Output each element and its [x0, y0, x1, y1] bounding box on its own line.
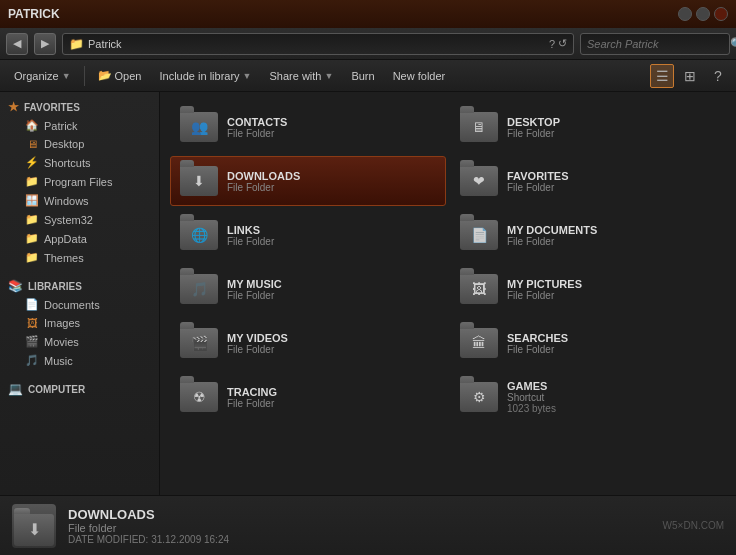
file-name: Downloads	[227, 170, 437, 182]
folder-shape: ⚙	[460, 382, 498, 412]
title-bar: Patrick	[0, 0, 736, 28]
file-icon-glyph: 🎬	[191, 335, 208, 351]
sidebar-item-images[interactable]: 🖼 Images	[3, 314, 156, 332]
address-help-button[interactable]: ?	[549, 38, 555, 50]
address-folder-icon: 📁	[69, 37, 84, 51]
file-item[interactable]: 🎵 My Music File folder	[170, 264, 446, 314]
burn-button[interactable]: Burn	[343, 64, 382, 88]
file-item[interactable]: 🎬 My Videos File folder	[170, 318, 446, 368]
file-info: Tracing File folder	[227, 386, 437, 409]
file-type: File folder	[507, 128, 717, 139]
view-large-button[interactable]: ⊞	[678, 64, 702, 88]
new-folder-button[interactable]: New folder	[385, 64, 454, 88]
file-item[interactable]: ⚙ Games Shortcut 1023 bytes	[450, 372, 726, 422]
sidebar-item-themes[interactable]: 📁 Themes	[3, 248, 156, 267]
computer-label: Computer	[28, 384, 85, 395]
file-item[interactable]: 🌐 Links File folder	[170, 210, 446, 260]
file-icon-wrapper: 🎵	[179, 271, 219, 307]
sidebar-item-desktop[interactable]: 🖥 Desktop	[3, 135, 156, 153]
view-details-button[interactable]: ☰	[650, 64, 674, 88]
folder-shape: 🖥	[460, 112, 498, 142]
address-refresh-button[interactable]: ↺	[558, 37, 567, 50]
folder-shape: 🖼	[460, 274, 498, 304]
file-item[interactable]: 📄 My Documents File folder	[450, 210, 726, 260]
libraries-label: Libraries	[28, 281, 82, 292]
favorites-label: Favorites	[24, 102, 80, 113]
sidebar-item-appdata[interactable]: 📁 AppData	[3, 229, 156, 248]
file-info: Links File folder	[227, 224, 437, 247]
file-item[interactable]: 🏛 Searches File folder	[450, 318, 726, 368]
folder-shape: 👥	[180, 112, 218, 142]
file-info: My Music File folder	[227, 278, 437, 301]
folder-shape: 📄	[460, 220, 498, 250]
shortcuts-icon: ⚡	[25, 156, 39, 169]
file-name: Links	[227, 224, 437, 236]
file-item[interactable]: ❤ Favorites File folder	[450, 156, 726, 206]
sidebar-item-documents[interactable]: 📄 Documents	[3, 295, 156, 314]
sidebar-section-libraries[interactable]: 📚 Libraries	[0, 275, 159, 295]
file-item[interactable]: ⬇ Downloads File folder	[170, 156, 446, 206]
folder-shape: 🎬	[180, 328, 218, 358]
help-button[interactable]: ?	[706, 64, 730, 88]
images-icon: 🖼	[25, 317, 39, 329]
toolbar-view-controls: ☰ ⊞ ?	[650, 64, 730, 88]
search-field[interactable]: 🔍	[580, 33, 730, 55]
search-input[interactable]	[587, 38, 726, 50]
address-bar: ◀ ▶ 📁 Patrick ? ↺ 🔍	[0, 28, 736, 60]
folder-shape: 🎵	[180, 274, 218, 304]
sidebar-item-system32[interactable]: 📁 System32	[3, 210, 156, 229]
file-type: File folder	[227, 182, 437, 193]
file-info: Searches File folder	[507, 332, 717, 355]
open-button[interactable]: 📂 Open	[90, 64, 150, 88]
file-name: Games	[507, 380, 717, 392]
status-date-value: 31.12.2009 16:24	[151, 534, 229, 545]
status-folder-shape: ⬇	[14, 514, 54, 546]
file-item[interactable]: 🖼 My Pictures File folder	[450, 264, 726, 314]
file-info: Contacts File folder	[227, 116, 437, 139]
status-file-icon: ⬇	[12, 504, 56, 548]
file-icon-wrapper: ⬇	[179, 163, 219, 199]
include-in-library-button[interactable]: Include in library ▼	[151, 64, 259, 88]
file-icon-wrapper: 🖼	[459, 271, 499, 307]
forward-button[interactable]: ▶	[34, 33, 56, 55]
status-bar: ⬇ Downloads File folder Date modified: 3…	[0, 495, 736, 555]
address-text: Patrick	[88, 38, 545, 50]
sidebar-item-shortcuts[interactable]: ⚡ Shortcuts	[3, 153, 156, 172]
file-info: Favorites File folder	[507, 170, 717, 193]
sidebar-item-music[interactable]: 🎵 Music	[3, 351, 156, 370]
toolbar-separator-1	[84, 66, 85, 86]
file-item[interactable]: 👥 Contacts File folder	[170, 102, 446, 152]
minimize-button[interactable]	[678, 7, 692, 21]
folder-shape: ⬇	[180, 166, 218, 196]
sidebar-item-movies[interactable]: 🎬 Movies	[3, 332, 156, 351]
sidebar-section-favorites[interactable]: ★ Favorites	[0, 96, 159, 116]
file-info: My Pictures File folder	[507, 278, 717, 301]
status-info: Downloads File folder Date modified: 31.…	[68, 507, 229, 545]
file-type: File folder	[227, 290, 437, 301]
sidebar-item-program-files[interactable]: 📁 Program Files	[3, 172, 156, 191]
address-field[interactable]: 📁 Patrick ? ↺	[62, 33, 574, 55]
sidebar-item-patrick[interactable]: 🏠 Patrick	[3, 116, 156, 135]
organize-button[interactable]: Organize ▼	[6, 64, 79, 88]
file-name: Desktop	[507, 116, 717, 128]
file-icon-wrapper: 🌐	[179, 217, 219, 253]
file-icon-glyph: 🌐	[191, 227, 208, 243]
share-with-button[interactable]: Share with ▼	[262, 64, 342, 88]
sidebar-item-windows[interactable]: 🪟 Windows	[3, 191, 156, 210]
file-icon-wrapper: ☢	[179, 379, 219, 415]
file-item[interactable]: ☢ Tracing File folder	[170, 372, 446, 422]
main-layout: ★ Favorites 🏠 Patrick 🖥 Desktop ⚡ Shortc…	[0, 92, 736, 495]
file-icon-wrapper: 🎬	[179, 325, 219, 361]
folder-shape: 🏛	[460, 328, 498, 358]
window-title: Patrick	[8, 7, 60, 21]
back-button[interactable]: ◀	[6, 33, 28, 55]
sidebar-section-computer[interactable]: 💻 Computer	[0, 378, 159, 398]
status-date: Date modified: 31.12.2009 16:24	[68, 534, 229, 545]
file-info: Desktop File folder	[507, 116, 717, 139]
file-name: Favorites	[507, 170, 717, 182]
file-info: Downloads File folder	[227, 170, 437, 193]
maximize-button[interactable]	[696, 7, 710, 21]
file-item[interactable]: 🖥 Desktop File folder	[450, 102, 726, 152]
program-files-icon: 📁	[25, 175, 39, 188]
close-button[interactable]	[714, 7, 728, 21]
